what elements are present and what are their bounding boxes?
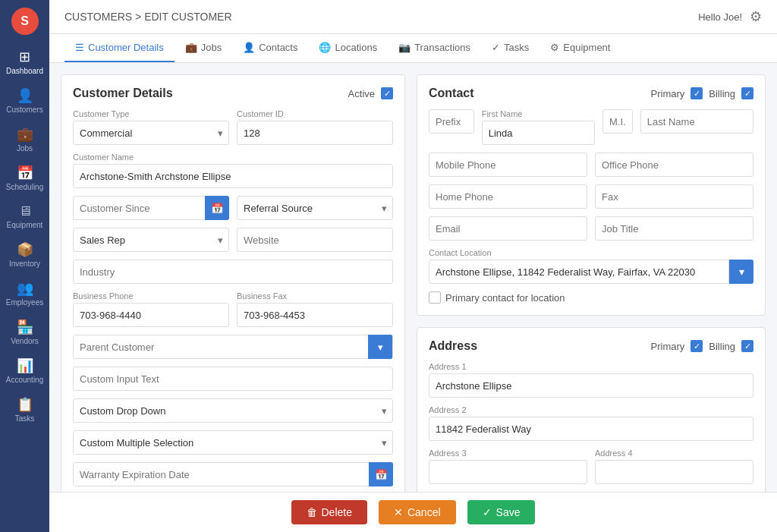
cancel-button[interactable]: ✕ Cancel — [379, 500, 456, 524]
primary-contact-checkbox[interactable] — [429, 291, 441, 304]
save-label: Save — [496, 506, 521, 518]
address4-input[interactable] — [595, 460, 753, 484]
last-name-input[interactable] — [640, 109, 753, 134]
right-panels: Contact Primary ✓ Billing ✓ First Name — [417, 74, 766, 521]
custom-dropdown-select[interactable]: Custom Drop Down — [73, 398, 393, 423]
main-area: CUSTOMERS > EDIT CUSTOMER Hello Joe! ⚙ ☰… — [49, 0, 777, 532]
custom-multiple-wrap: Custom Multiple Selection — [73, 430, 393, 455]
tab-customer-details-label: Customer Details — [88, 42, 164, 53]
home-phone-input[interactable] — [429, 184, 587, 209]
sidebar-item-employees[interactable]: 👥 Employees — [0, 274, 49, 313]
active-checkbox[interactable]: ✓ — [381, 87, 393, 99]
save-button[interactable]: ✓ Save — [467, 500, 536, 524]
industry-input[interactable] — [73, 260, 393, 284]
address1-row: Address 1 — [429, 362, 753, 398]
sidebar-item-label: Accounting — [6, 376, 43, 384]
tab-customer-details[interactable]: ☰ Customer Details — [64, 34, 175, 62]
home-phone-field — [429, 184, 587, 209]
header: CUSTOMERS > EDIT CUSTOMER Hello Joe! ⚙ — [49, 0, 777, 34]
sidebar-item-label: Scheduling — [6, 183, 43, 191]
breadcrumb: CUSTOMERS > EDIT CUSTOMER — [64, 11, 232, 23]
sidebar-item-label: Customers — [6, 105, 42, 114]
customer-name-label: Customer Name — [73, 153, 393, 162]
office-phone-input[interactable] — [595, 153, 753, 177]
first-name-input[interactable] — [482, 121, 595, 145]
email-field — [429, 216, 587, 241]
referral-source-select-wrap: Referral Source — [237, 196, 393, 220]
customer-name-row: Customer Name — [73, 153, 393, 188]
tab-tasks[interactable]: ✓ Tasks — [481, 34, 539, 62]
sidebar-item-accounting[interactable]: 📊 Accounting — [0, 351, 49, 390]
address-billing-checkbox[interactable]: ✓ — [741, 340, 753, 352]
settings-icon[interactable]: ⚙ — [750, 8, 762, 25]
delete-button[interactable]: 🗑 Delete — [291, 500, 367, 524]
parent-customer-wrap: ▾ — [73, 335, 393, 359]
warranty-input[interactable] — [73, 462, 393, 486]
first-name-field: First Name — [482, 109, 595, 145]
sales-rep-select[interactable]: Sales Rep — [73, 228, 229, 252]
sidebar-item-scheduling[interactable]: 📅 Scheduling — [0, 159, 49, 197]
parent-customer-input[interactable] — [74, 335, 368, 358]
tab-locations-icon: 🌐 — [319, 42, 331, 53]
tab-locations[interactable]: 🌐 Locations — [308, 34, 388, 62]
sidebar-item-tasks[interactable]: 📋 Tasks — [0, 390, 49, 429]
website-input[interactable] — [237, 228, 393, 252]
customer-name-input[interactable] — [73, 164, 393, 188]
industry-row — [73, 260, 393, 284]
inventory-icon: 📦 — [17, 241, 33, 258]
tab-tasks-icon: ✓ — [492, 42, 500, 53]
parent-customer-row: ▾ — [73, 335, 393, 359]
sidebar-item-equipment[interactable]: 🖥 Equipment — [0, 197, 49, 235]
sidebar-item-vendors[interactable]: 🏪 Vendors — [0, 313, 49, 351]
customer-since-calendar-button[interactable]: 📅 — [205, 196, 229, 220]
name-row: First Name — [429, 109, 753, 145]
jobs-icon: 💼 — [17, 126, 33, 143]
tab-equipment-icon: ⚙ — [550, 42, 559, 53]
sidebar-item-inventory[interactable]: 📦 Inventory — [0, 235, 49, 274]
address1-field: Address 1 — [429, 362, 753, 398]
prefix-field — [429, 109, 474, 145]
business-phone-input[interactable] — [73, 303, 229, 327]
contact-location-input[interactable] — [429, 260, 729, 284]
customer-type-select[interactable]: Commercial — [73, 121, 229, 145]
tab-transactions[interactable]: 📷 Transactions — [388, 34, 481, 62]
tab-jobs[interactable]: 💼 Jobs — [175, 34, 232, 62]
warranty-calendar-button[interactable]: 📅 — [369, 462, 393, 486]
prefix-input[interactable] — [429, 109, 474, 134]
tab-equipment[interactable]: ⚙ Equipment — [539, 34, 621, 62]
referral-source-field: Referral Source — [237, 196, 393, 220]
address2-input[interactable] — [429, 417, 753, 441]
fax-field — [595, 184, 753, 209]
parent-customer-dropdown-button[interactable]: ▾ — [368, 335, 392, 359]
address1-input[interactable] — [429, 373, 753, 398]
contact-billing-checkbox[interactable]: ✓ — [741, 87, 753, 99]
address-primary-checkbox[interactable]: ✓ — [690, 340, 703, 352]
mi-input[interactable] — [602, 109, 633, 134]
address3-input[interactable] — [429, 460, 587, 484]
sidebar-item-customers[interactable]: 👤 Customers — [0, 81, 49, 120]
email-input[interactable] — [429, 216, 587, 241]
app-logo[interactable]: S — [11, 8, 39, 35]
active-label: Active — [348, 88, 375, 99]
address4-field: Address 4 — [595, 449, 753, 484]
contact-title: Contact — [429, 87, 474, 100]
referral-source-select[interactable]: Referral Source — [237, 196, 393, 220]
business-fax-input[interactable] — [237, 303, 393, 327]
sidebar-item-dashboard[interactable]: ⊞ Dashboard — [0, 42, 49, 81]
sidebar-item-jobs[interactable]: 💼 Jobs — [0, 120, 49, 159]
business-phone-fax-row: Business Phone Business Fax — [73, 291, 393, 327]
warranty-field: 📅 — [73, 462, 393, 486]
custom-multiple-select[interactable]: Custom Multiple Selection — [73, 430, 393, 455]
fax-input[interactable] — [595, 184, 753, 209]
contact-location-dropdown-button[interactable]: ▾ — [729, 260, 753, 284]
tab-contacts[interactable]: 👤 Contacts — [232, 34, 308, 62]
customer-since-input-wrap: 📅 — [73, 196, 229, 220]
custom-input[interactable] — [73, 367, 393, 391]
contact-primary-checkbox[interactable]: ✓ — [690, 87, 703, 99]
content-area: Customer Details Active ✓ Customer Type … — [49, 63, 777, 532]
customer-id-input[interactable] — [237, 121, 393, 145]
tab-jobs-label: Jobs — [201, 42, 222, 53]
job-title-input[interactable] — [595, 216, 753, 241]
customer-since-field: 📅 — [73, 196, 229, 220]
mobile-phone-input[interactable] — [429, 153, 587, 177]
